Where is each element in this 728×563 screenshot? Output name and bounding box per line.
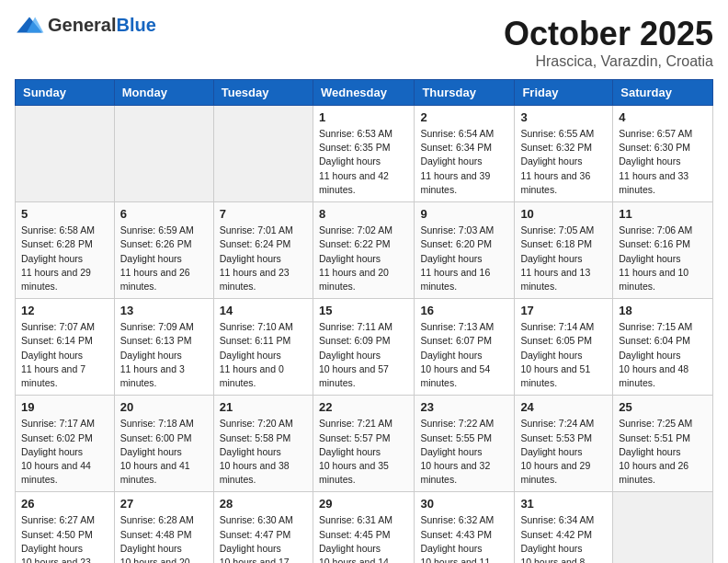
calendar-cell bbox=[213, 106, 313, 202]
day-number: 23 bbox=[420, 400, 508, 414]
day-number: 29 bbox=[319, 497, 408, 511]
calendar-cell bbox=[16, 106, 115, 202]
day-info: Sunrise: 7:14 AM Sunset: 6:05 PM Dayligh… bbox=[520, 320, 607, 390]
calendar-cell: 30 Sunrise: 6:32 AM Sunset: 4:43 PM Dayl… bbox=[415, 492, 515, 563]
weekday-header-sunday: Sunday bbox=[16, 80, 115, 106]
week-row-3: 12 Sunrise: 7:07 AM Sunset: 6:14 PM Dayl… bbox=[16, 299, 713, 396]
calendar-cell: 14 Sunrise: 7:10 AM Sunset: 6:11 PM Dayl… bbox=[213, 299, 313, 396]
day-info: Sunrise: 7:03 AM Sunset: 6:20 PM Dayligh… bbox=[420, 224, 508, 293]
month-title: October 2025 bbox=[504, 15, 713, 53]
day-info: Sunrise: 6:32 AM Sunset: 4:43 PM Dayligh… bbox=[420, 513, 508, 563]
day-number: 16 bbox=[420, 304, 508, 317]
day-info: Sunrise: 7:21 AM Sunset: 5:57 PM Dayligh… bbox=[319, 417, 408, 487]
day-number: 10 bbox=[520, 207, 607, 221]
day-info: Sunrise: 7:22 AM Sunset: 5:55 PM Dayligh… bbox=[420, 417, 508, 487]
calendar-cell: 1 Sunrise: 6:53 AM Sunset: 6:35 PM Dayli… bbox=[313, 106, 414, 202]
day-info: Sunrise: 6:28 AM Sunset: 4:48 PM Dayligh… bbox=[120, 513, 208, 563]
location: Hrascica, Varazdin, Croatia bbox=[504, 53, 713, 70]
day-info: Sunrise: 7:02 AM Sunset: 6:22 PM Dayligh… bbox=[319, 224, 408, 293]
calendar-cell: 24 Sunrise: 7:24 AM Sunset: 5:53 PM Dayl… bbox=[515, 396, 613, 492]
day-number: 30 bbox=[420, 497, 508, 511]
weekday-header-tuesday: Tuesday bbox=[213, 80, 313, 106]
day-info: Sunrise: 7:15 AM Sunset: 6:04 PM Dayligh… bbox=[619, 320, 707, 390]
day-number: 6 bbox=[120, 207, 208, 221]
calendar-cell: 29 Sunrise: 6:31 AM Sunset: 4:45 PM Dayl… bbox=[313, 492, 414, 563]
calendar-cell: 3 Sunrise: 6:55 AM Sunset: 6:32 PM Dayli… bbox=[515, 106, 613, 202]
calendar-cell: 22 Sunrise: 7:21 AM Sunset: 5:57 PM Dayl… bbox=[313, 396, 414, 492]
day-info: Sunrise: 7:20 AM Sunset: 5:58 PM Dayligh… bbox=[220, 417, 307, 487]
day-number: 21 bbox=[220, 400, 307, 414]
day-number: 8 bbox=[319, 207, 408, 221]
day-number: 24 bbox=[520, 400, 607, 414]
week-row-2: 5 Sunrise: 6:58 AM Sunset: 6:28 PM Dayli… bbox=[16, 202, 713, 299]
day-info: Sunrise: 6:54 AM Sunset: 6:34 PM Dayligh… bbox=[420, 127, 508, 197]
calendar-cell: 12 Sunrise: 7:07 AM Sunset: 6:14 PM Dayl… bbox=[16, 299, 115, 396]
calendar-table: SundayMondayTuesdayWednesdayThursdayFrid… bbox=[15, 79, 713, 563]
weekday-header-thursday: Thursday bbox=[415, 80, 515, 106]
day-info: Sunrise: 6:53 AM Sunset: 6:35 PM Dayligh… bbox=[319, 127, 408, 197]
day-number: 3 bbox=[520, 110, 607, 124]
logo-blue: Blue bbox=[116, 15, 155, 35]
day-number: 18 bbox=[619, 304, 707, 317]
day-number: 13 bbox=[120, 304, 208, 317]
day-number: 11 bbox=[619, 207, 707, 221]
calendar-cell: 28 Sunrise: 6:30 AM Sunset: 4:47 PM Dayl… bbox=[213, 492, 313, 563]
calendar-cell: 25 Sunrise: 7:25 AM Sunset: 5:51 PM Dayl… bbox=[613, 396, 713, 492]
day-info: Sunrise: 7:17 AM Sunset: 6:02 PM Dayligh… bbox=[21, 417, 108, 487]
day-number: 5 bbox=[21, 207, 108, 221]
calendar-cell: 23 Sunrise: 7:22 AM Sunset: 5:55 PM Dayl… bbox=[415, 396, 515, 492]
calendar-cell: 15 Sunrise: 7:11 AM Sunset: 6:09 PM Dayl… bbox=[313, 299, 414, 396]
calendar-cell: 31 Sunrise: 6:34 AM Sunset: 4:42 PM Dayl… bbox=[515, 492, 613, 563]
calendar-cell: 13 Sunrise: 7:09 AM Sunset: 6:13 PM Dayl… bbox=[114, 299, 213, 396]
logo-icon bbox=[15, 16, 44, 34]
day-info: Sunrise: 7:01 AM Sunset: 6:24 PM Dayligh… bbox=[220, 224, 307, 293]
day-info: Sunrise: 7:10 AM Sunset: 6:11 PM Dayligh… bbox=[220, 320, 307, 390]
day-number: 4 bbox=[619, 110, 707, 124]
logo-general: General bbox=[48, 15, 116, 35]
calendar-cell: 17 Sunrise: 7:14 AM Sunset: 6:05 PM Dayl… bbox=[515, 299, 613, 396]
day-info: Sunrise: 7:25 AM Sunset: 5:51 PM Dayligh… bbox=[619, 417, 707, 487]
calendar-cell: 19 Sunrise: 7:17 AM Sunset: 6:02 PM Dayl… bbox=[16, 396, 115, 492]
day-number: 15 bbox=[319, 304, 408, 317]
day-info: Sunrise: 7:07 AM Sunset: 6:14 PM Dayligh… bbox=[21, 320, 108, 390]
day-number: 17 bbox=[520, 304, 607, 317]
day-info: Sunrise: 7:09 AM Sunset: 6:13 PM Dayligh… bbox=[120, 320, 208, 390]
weekday-header-row: SundayMondayTuesdayWednesdayThursdayFrid… bbox=[16, 80, 713, 106]
day-number: 19 bbox=[21, 400, 108, 414]
calendar-cell: 2 Sunrise: 6:54 AM Sunset: 6:34 PM Dayli… bbox=[415, 106, 515, 202]
title-section: October 2025 Hrascica, Varazdin, Croatia bbox=[504, 15, 713, 70]
calendar-cell: 7 Sunrise: 7:01 AM Sunset: 6:24 PM Dayli… bbox=[213, 202, 313, 299]
day-info: Sunrise: 6:55 AM Sunset: 6:32 PM Dayligh… bbox=[520, 127, 607, 197]
calendar-cell: 20 Sunrise: 7:18 AM Sunset: 6:00 PM Dayl… bbox=[114, 396, 213, 492]
calendar-cell: 9 Sunrise: 7:03 AM Sunset: 6:20 PM Dayli… bbox=[415, 202, 515, 299]
calendar-cell: 16 Sunrise: 7:13 AM Sunset: 6:07 PM Dayl… bbox=[415, 299, 515, 396]
day-info: Sunrise: 7:18 AM Sunset: 6:00 PM Dayligh… bbox=[120, 417, 208, 487]
day-number: 7 bbox=[220, 207, 307, 221]
day-info: Sunrise: 6:59 AM Sunset: 6:26 PM Dayligh… bbox=[120, 224, 208, 293]
calendar-cell: 26 Sunrise: 6:27 AM Sunset: 4:50 PM Dayl… bbox=[16, 492, 115, 563]
day-number: 22 bbox=[319, 400, 408, 414]
day-info: Sunrise: 7:11 AM Sunset: 6:09 PM Dayligh… bbox=[319, 320, 408, 390]
calendar-cell: 27 Sunrise: 6:28 AM Sunset: 4:48 PM Dayl… bbox=[114, 492, 213, 563]
weekday-header-saturday: Saturday bbox=[613, 80, 713, 106]
logo: GeneralBlue bbox=[15, 15, 156, 36]
day-number: 1 bbox=[319, 110, 408, 124]
calendar-cell: 6 Sunrise: 6:59 AM Sunset: 6:26 PM Dayli… bbox=[114, 202, 213, 299]
day-info: Sunrise: 6:58 AM Sunset: 6:28 PM Dayligh… bbox=[21, 224, 108, 293]
weekday-header-wednesday: Wednesday bbox=[313, 80, 414, 106]
week-row-5: 26 Sunrise: 6:27 AM Sunset: 4:50 PM Dayl… bbox=[16, 492, 713, 563]
calendar-cell: 5 Sunrise: 6:58 AM Sunset: 6:28 PM Dayli… bbox=[16, 202, 115, 299]
day-info: Sunrise: 6:27 AM Sunset: 4:50 PM Dayligh… bbox=[21, 513, 108, 563]
day-info: Sunrise: 7:24 AM Sunset: 5:53 PM Dayligh… bbox=[520, 417, 607, 487]
weekday-header-monday: Monday bbox=[114, 80, 213, 106]
day-number: 27 bbox=[120, 497, 208, 511]
day-number: 25 bbox=[619, 400, 707, 414]
calendar-cell: 4 Sunrise: 6:57 AM Sunset: 6:30 PM Dayli… bbox=[613, 106, 713, 202]
day-number: 26 bbox=[21, 497, 108, 511]
day-info: Sunrise: 6:34 AM Sunset: 4:42 PM Dayligh… bbox=[520, 513, 607, 563]
calendar-cell: 11 Sunrise: 7:06 AM Sunset: 6:16 PM Dayl… bbox=[613, 202, 713, 299]
calendar-cell bbox=[613, 492, 713, 563]
day-info: Sunrise: 6:31 AM Sunset: 4:45 PM Dayligh… bbox=[319, 513, 408, 563]
day-number: 28 bbox=[220, 497, 307, 511]
day-number: 12 bbox=[21, 304, 108, 317]
